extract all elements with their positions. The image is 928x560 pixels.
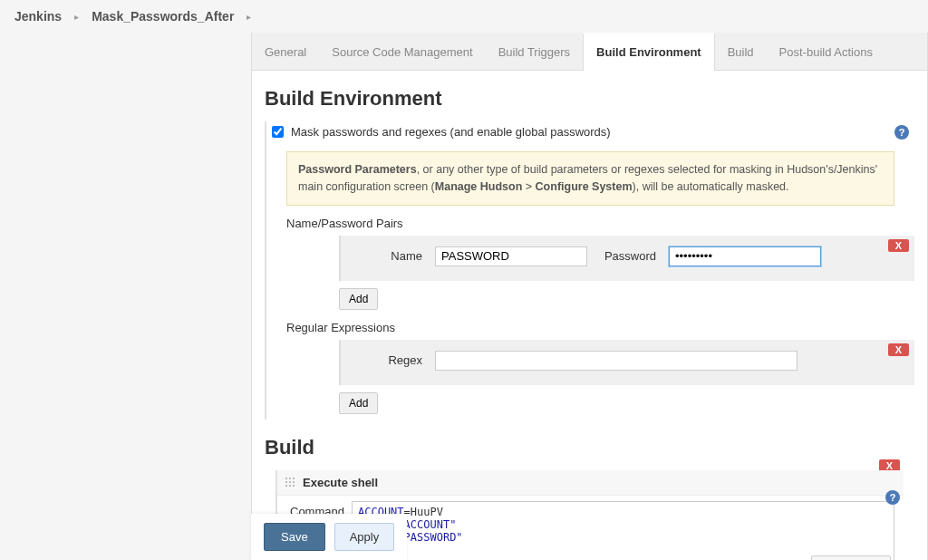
regex-pair: X Regex — [339, 340, 914, 385]
breadcrumb-job[interactable]: Mask_Passwords_After — [92, 9, 234, 24]
regex-input[interactable] — [435, 351, 798, 371]
help-icon[interactable]: ? — [894, 125, 909, 140]
regex-field-label: Regex — [375, 353, 426, 367]
add-regex-button[interactable]: Add — [339, 392, 378, 414]
tab-triggers[interactable]: Build Triggers — [486, 33, 583, 70]
delete-pair-button[interactable]: X — [888, 239, 909, 252]
name-input[interactable] — [435, 246, 587, 266]
tab-general[interactable]: General — [252, 33, 319, 70]
chevron-right-icon: ▸ — [74, 12, 79, 22]
breadcrumb-root[interactable]: Jenkins — [14, 9, 62, 24]
breadcrumb: Jenkins ▸ Mask_Passwords_After ▸ — [0, 0, 928, 33]
tab-build-environment[interactable]: Build Environment — [583, 33, 715, 71]
build-step-header: Execute shell ? — [277, 470, 904, 496]
build-step-title: Execute shell — [303, 476, 378, 489]
name-field-label: Name — [375, 249, 426, 263]
name-password-pair: X Name Password — [339, 236, 914, 281]
config-form: General Source Code Management Build Tri… — [251, 33, 928, 560]
password-field-label: Password — [596, 249, 660, 263]
chevron-right-icon: ▸ — [246, 12, 251, 22]
tab-build[interactable]: Build — [715, 33, 767, 70]
name-password-pairs-label: Name/Password Pairs — [286, 217, 914, 230]
footer-actions: Save Apply — [251, 514, 407, 560]
mask-passwords-checkbox[interactable] — [272, 126, 284, 138]
delete-regex-button[interactable]: X — [888, 343, 909, 356]
drag-handle-icon[interactable] — [285, 477, 295, 488]
mask-passwords-row: Mask passwords and regexes (and enable g… — [266, 121, 914, 142]
tab-post-build[interactable]: Post-build Actions — [767, 33, 885, 70]
regex-section-label: Regular Expressions — [286, 321, 914, 334]
section-title-build: Build — [265, 436, 914, 459]
mask-passwords-label: Mask passwords and regexes (and enable g… — [291, 125, 611, 139]
advanced-button[interactable]: Advanced... — [811, 555, 891, 561]
config-tabs: General Source Code Management Build Tri… — [252, 33, 927, 71]
password-input[interactable] — [669, 246, 821, 266]
save-button[interactable]: Save — [264, 523, 325, 551]
build-environment-section: Build Environment Mask passwords and reg… — [252, 71, 927, 560]
add-pair-button[interactable]: Add — [339, 288, 378, 310]
apply-button[interactable]: Apply — [334, 523, 395, 551]
mask-info-box: Password Parameters, or any other type o… — [286, 151, 894, 206]
command-textarea[interactable]: ACCOUNT=HuuPV echo "$ACCOUNT" echo "$PAS… — [352, 501, 894, 561]
section-title-build-env: Build Environment — [265, 87, 914, 111]
tab-scm[interactable]: Source Code Management — [319, 33, 485, 70]
help-icon[interactable]: ? — [885, 490, 900, 505]
